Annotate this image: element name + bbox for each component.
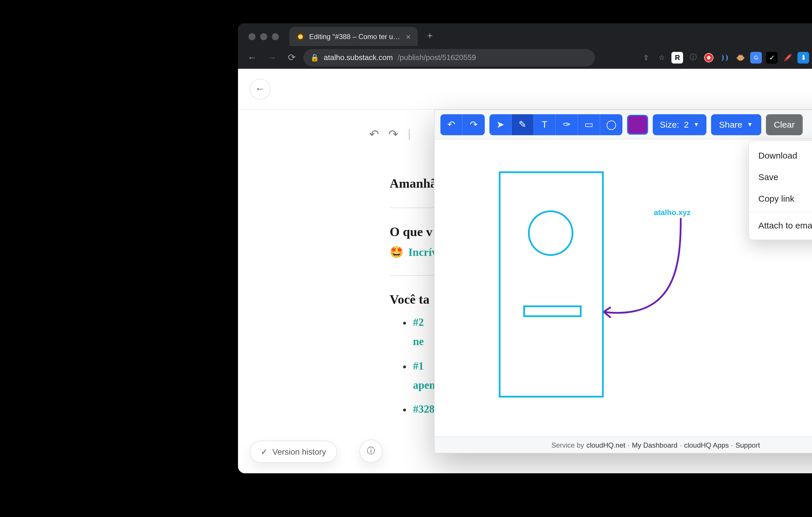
drawn-rectangle-small (523, 305, 582, 317)
minimize-window-icon[interactable] (260, 33, 267, 40)
bookmark-star-icon[interactable]: ☆ (656, 52, 668, 63)
page-content: ← Publish ↶ ↷ | Amanhã O que v 🤩 Incrív (238, 69, 812, 473)
menu-item-download[interactable]: Download (749, 145, 812, 166)
pointer-tool[interactable]: ➤ (489, 114, 512, 135)
browser-tab[interactable]: Editing "#388 – Como ter um s × (289, 27, 418, 46)
maximize-window-icon[interactable] (272, 33, 279, 40)
browser-chrome: Editing "#388 – Como ter um s × + ⌄ ← → … (238, 23, 812, 69)
info-button[interactable]: ⓘ (359, 439, 383, 463)
share-button[interactable]: Share ▼ (711, 114, 761, 135)
size-value: 2 (684, 120, 689, 129)
redo-icon[interactable]: ↷ (388, 127, 399, 141)
window-controls (245, 33, 285, 46)
extension-checkbox-icon[interactable]: ✓ (766, 52, 778, 63)
incrivel-text: Incrív (408, 246, 437, 258)
extension-r-icon[interactable]: R (672, 52, 684, 63)
color-picker[interactable] (627, 115, 648, 134)
back-button[interactable]: ← (244, 49, 260, 66)
eyedropper-tool[interactable]: ✑ (556, 114, 578, 135)
undo-icon[interactable]: ↶ (369, 127, 379, 141)
close-tab-icon[interactable]: × (406, 32, 411, 41)
editor-topbar: ← Publish (238, 69, 812, 110)
drawn-arrow (599, 215, 692, 326)
extension-download-icon[interactable]: ⬇ (798, 52, 809, 63)
text-tool[interactable]: T (534, 114, 556, 135)
tools-group: ➤ ✎ T ✑ ▭ ◯ (489, 114, 622, 135)
related-link[interactable]: ne (413, 336, 424, 348)
new-tab-button[interactable]: + (422, 29, 437, 44)
version-history-button[interactable]: ✓ Version history (250, 440, 337, 463)
check-icon: ✓ (261, 447, 268, 456)
close-window-icon[interactable] (249, 33, 256, 40)
footer-service-by: Service by (551, 441, 584, 449)
extensions-bar: ⇪ ☆ R ⓘ ⦘⦘ 🐵 G ✓ 🖍️ ⬇ m ⌄ ◆ ✦ (640, 51, 812, 64)
reload-button[interactable]: ⟳ (284, 49, 300, 66)
related-link[interactable]: #1 (413, 360, 424, 372)
annotation-toolbar: ↶ ↷ ➤ ✎ T ✑ ▭ ◯ Size: (435, 110, 812, 139)
tab-strip: Editing "#388 – Como ter um s × + ⌄ (238, 23, 812, 46)
lock-icon: 🔒 (310, 53, 319, 61)
share-dropdown: Download Save Copy link Attach to email (748, 141, 812, 240)
menu-item-save[interactable]: Save (749, 166, 812, 188)
toolbar-divider: | (408, 127, 411, 141)
footer-apps-link[interactable]: cloudHQ Apps (684, 441, 729, 449)
extension-highlighter-icon[interactable]: 🖍️ (782, 52, 794, 63)
drawn-circle (528, 210, 573, 256)
footer-dashboard-link[interactable]: My Dashboard (632, 441, 677, 449)
share-icon[interactable]: ⇪ (640, 52, 652, 63)
rectangle-tool[interactable]: ▭ (578, 114, 600, 135)
footer-support-link[interactable]: Support (735, 441, 760, 449)
tab-title: Editing "#388 – Como ter um s (309, 32, 401, 40)
menu-item-attach-email[interactable]: Attach to email (749, 214, 812, 236)
forward-button[interactable]: → (264, 49, 280, 66)
star-struck-emoji-icon: 🤩 (390, 245, 404, 259)
menu-item-copy-link[interactable]: Copy link (749, 188, 812, 209)
redo-button[interactable]: ↷ (463, 114, 485, 135)
drawn-rectangle (499, 171, 604, 397)
info-icon: ⓘ (367, 446, 375, 456)
size-label: Size: (660, 120, 679, 129)
editor-undo-redo: ↶ ↷ | (369, 127, 411, 141)
extension-pokeball-icon[interactable] (703, 52, 715, 63)
address-bar[interactable]: 🔒 atalho.substack.com/publish/post/51620… (303, 49, 595, 66)
extension-info-icon[interactable]: ⓘ (688, 52, 699, 63)
favicon-icon (296, 32, 304, 40)
extension-monkey-icon[interactable]: 🐵 (735, 52, 746, 63)
extension-translate-icon[interactable]: G (750, 52, 762, 63)
chevron-down-icon: ▼ (747, 121, 753, 128)
related-link[interactable]: #2 (413, 316, 424, 328)
pencil-tool[interactable]: ✎ (512, 114, 534, 135)
undo-button[interactable]: ↶ (440, 114, 463, 135)
editor-area: ↶ ↷ | Amanhã O que v 🤩 Incrív Você ta (238, 110, 812, 473)
url-path: /publish/post/51620559 (398, 53, 476, 62)
chevron-down-icon: ▼ (693, 121, 699, 128)
annotation-footer: Service by cloudHQ.net · My Dashboard · … (435, 436, 812, 453)
browser-window: Editing "#388 – Como ter um s × + ⌄ ← → … (238, 23, 812, 473)
history-group: ↶ ↷ (440, 114, 485, 135)
clear-button[interactable]: Clear (765, 114, 803, 135)
footer-brand-link[interactable]: cloudHQ.net (586, 441, 625, 449)
url-host: atalho.substack.com (324, 53, 393, 62)
annotation-window: ↶ ↷ ➤ ✎ T ✑ ▭ ◯ Size: (434, 110, 812, 453)
menu-separator (749, 212, 812, 212)
address-bar-row: ← → ⟳ 🔒 atalho.substack.com/publish/post… (238, 46, 812, 69)
back-to-posts-button[interactable]: ← (250, 79, 271, 99)
circle-tool[interactable]: ◯ (600, 114, 622, 135)
extension-sound-icon[interactable]: ⦘⦘ (719, 52, 731, 63)
size-selector[interactable]: Size: 2 ▼ (653, 114, 706, 135)
